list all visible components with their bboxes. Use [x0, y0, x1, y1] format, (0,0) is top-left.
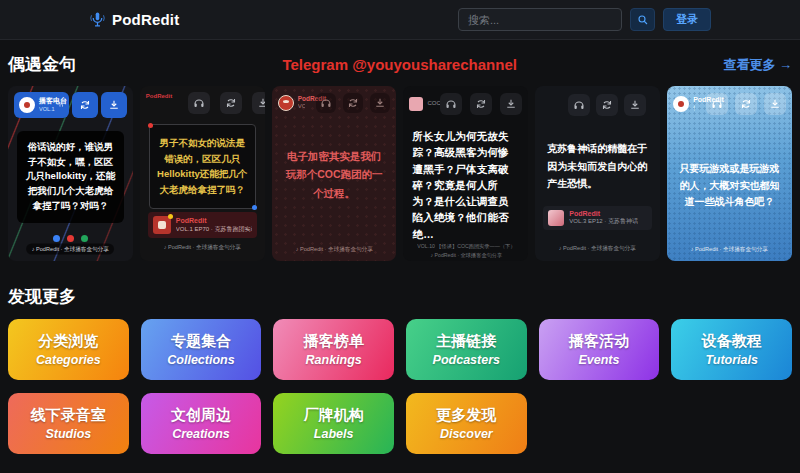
- listen-button[interactable]: [706, 93, 728, 115]
- search-button[interactable]: [630, 8, 655, 31]
- card-footer: ♪ PodRedit · 全球播客金句分享: [295, 245, 372, 253]
- podcast-sub: 怪谈 · 金句: [693, 105, 695, 113]
- discover-zh: 线下录音室: [31, 406, 106, 425]
- quote-text: 所长女儿为何无故失踪？高级黑客为何惨遭黑手？尸体支离破碎？究竟是何人所为？是什么…: [412, 128, 519, 242]
- podcast-sub: VOL.2 · 金句: [298, 103, 306, 111]
- download-icon: [257, 97, 264, 109]
- discover-zh: 播客活动: [569, 332, 629, 351]
- discover-zh: 播客榜单: [304, 332, 364, 351]
- discover-events[interactable]: 播客活动 Events: [539, 319, 660, 380]
- headphones-icon: [711, 98, 723, 110]
- download-button[interactable]: [101, 92, 127, 118]
- download-button[interactable]: [764, 93, 786, 115]
- refresh-button[interactable]: [735, 93, 757, 115]
- quote-card-1[interactable]: 播客电台 VOL.1 · 金句分享 俗话说的好，谁说男子不如女，嘿，区区几只he…: [8, 86, 133, 261]
- podcast-avatar: [673, 96, 689, 112]
- discover-zh: 分类浏览: [38, 332, 98, 351]
- podcast-name: PodRedit: [569, 210, 638, 219]
- listen-button[interactable]: [568, 94, 590, 116]
- podcast-chip[interactable]: 播客电台 VOL.1 · 金句分享: [14, 92, 69, 118]
- discover-en: Categories: [36, 353, 101, 367]
- episode-title: VOL.1 EP70 · 克苏鲁跑团实录: [176, 226, 252, 234]
- episode-bar[interactable]: PodRedit VOL.1 EP70 · 克苏鲁跑团实录: [148, 212, 257, 238]
- discover-en: Studios: [45, 427, 91, 441]
- quote-box: 男子不如女的说法是错误的，区区几只Hellokitty还能把几个大老虎给拿捏了吗…: [149, 124, 256, 209]
- quote-cards: 播客电台 VOL.1 · 金句分享 俗话说的好，谁说男子不如女，嘿，区区几只he…: [8, 86, 792, 261]
- refresh-button[interactable]: [220, 92, 242, 114]
- podcast-avatar: [19, 97, 35, 113]
- app-logo[interactable]: PodRedit: [89, 11, 179, 28]
- download-icon: [374, 97, 386, 109]
- quote-text: 克苏鲁神话的精髓在于因为未知而发自内心的产生恐惧。: [547, 140, 648, 193]
- podcast-avatar: [153, 216, 171, 234]
- card-footer: ♪ PodRedit · 全球播客金句分享: [691, 245, 768, 253]
- card-footer: ♪ PodRedit · 全球播客金句分享: [164, 243, 241, 251]
- header: PodRedit 登录: [0, 0, 800, 40]
- discover-creations[interactable]: 文创周边 Creations: [141, 393, 262, 454]
- download-icon: [769, 98, 781, 110]
- discover-podcasters[interactable]: 主播链接 Podcasters: [406, 319, 527, 380]
- headphones-icon: [193, 97, 205, 109]
- quote-card-6[interactable]: PodRedit 怪谈 · 金句 只要玩游戏或是玩游戏的人，大概对实也都知道一些…: [667, 86, 792, 261]
- refresh-button[interactable]: [343, 93, 363, 113]
- login-button[interactable]: 登录: [663, 8, 711, 31]
- podcast-sub: VOL.1 · 金句分享: [39, 106, 55, 113]
- discover-labels[interactable]: 厂牌机构 Labels: [273, 393, 394, 454]
- episode-bar[interactable]: PodRedit VOL.3 EP12 · 克苏鲁神话: [543, 206, 652, 230]
- brand-line: ♪ PodRedit · 全球播客金句分享: [417, 252, 515, 259]
- refresh-icon: [601, 99, 613, 111]
- podcast-avatar: [548, 210, 564, 226]
- discover-rankings[interactable]: 播客榜单 Rankings: [273, 319, 394, 380]
- quote-text: 男子不如女的说法是错误的，区区几只Hellokitty还能把几个大老虎给拿捏了吗…: [157, 137, 247, 195]
- discover-en: Rankings: [306, 353, 362, 367]
- quote-card-5[interactable]: 克苏鲁神话的精髓在于因为未知而发自内心的产生恐惧。 PodRedit VOL.3…: [535, 86, 660, 261]
- refresh-button[interactable]: [470, 93, 492, 115]
- refresh-icon: [740, 98, 752, 110]
- download-icon: [629, 99, 641, 111]
- discover-en: Discover: [440, 427, 493, 441]
- refresh-icon: [225, 97, 237, 109]
- discover-en: Creations: [172, 427, 230, 441]
- headphones-icon: [59, 99, 64, 111]
- podcast-avatar: [278, 95, 294, 111]
- discover-more[interactable]: 更多发现 Discover: [406, 393, 527, 454]
- discover-categories[interactable]: 分类浏览 Categories: [8, 319, 129, 380]
- podcast-name: PodRedit: [176, 217, 252, 226]
- refresh-icon: [475, 98, 487, 110]
- discover-zh: 主播链接: [436, 332, 496, 351]
- podcast-avatar: [409, 97, 423, 111]
- view-more-link[interactable]: 查看更多 →: [723, 56, 792, 74]
- app-title: PodRedit: [112, 11, 179, 28]
- discover-tutorials[interactable]: 设备教程 Tutorials: [671, 319, 792, 380]
- discover-studios[interactable]: 线下录音室 Studios: [8, 393, 129, 454]
- discover-en: Collections: [167, 353, 234, 367]
- download-icon: [505, 98, 517, 110]
- card-label: PodRedit: [146, 93, 172, 99]
- discover-grid: 分类浏览 Categories 专题集合 Collections 播客榜单 Ra…: [8, 319, 792, 454]
- discover-section: 发现更多 分类浏览 Categories 专题集合 Collections 播客…: [8, 285, 792, 454]
- quote-text: 电子加密其实是我们玩那个COC跑团的一个过程。: [282, 147, 387, 202]
- listen-button[interactable]: [316, 93, 336, 113]
- download-button[interactable]: [624, 94, 646, 116]
- discover-collections[interactable]: 专题集合 Collections: [141, 319, 262, 380]
- download-button[interactable]: [252, 92, 264, 114]
- quote-card-4[interactable]: COC跑团 所长女儿为何无故失踪？高级黑客为何惨遭黑手？尸体支离破碎？究竟是何人…: [403, 86, 528, 261]
- podcast-name: PodRedit: [693, 96, 695, 105]
- download-button[interactable]: [370, 93, 390, 113]
- quote-card-2[interactable]: PodRedit 男子不如女的说法是错误的，区区几只Hellokitty还能把几…: [140, 86, 265, 261]
- discover-en: Labels: [314, 427, 354, 441]
- discover-en: Podcasters: [433, 353, 500, 367]
- refresh-button[interactable]: [596, 94, 618, 116]
- discover-zh: 设备教程: [702, 332, 762, 351]
- listen-button[interactable]: [188, 92, 210, 114]
- card-footer: ♪ PodRedit · 全球播客金句分享: [26, 243, 114, 254]
- download-button[interactable]: [500, 93, 522, 115]
- discover-zh: 厂牌机构: [304, 406, 364, 425]
- search-input[interactable]: [458, 8, 622, 31]
- refresh-button[interactable]: [72, 92, 98, 118]
- card-footer: ♪ PodRedit · 全球播客金句分享: [559, 244, 636, 252]
- quotes-heading: 偶遇金句: [8, 53, 76, 76]
- quote-card-3[interactable]: PodRedit VOL.2 · 金句 电子加密其实是我们玩那个COC跑团的一个…: [272, 86, 397, 261]
- download-icon: [108, 99, 120, 111]
- listen-button[interactable]: [440, 93, 462, 115]
